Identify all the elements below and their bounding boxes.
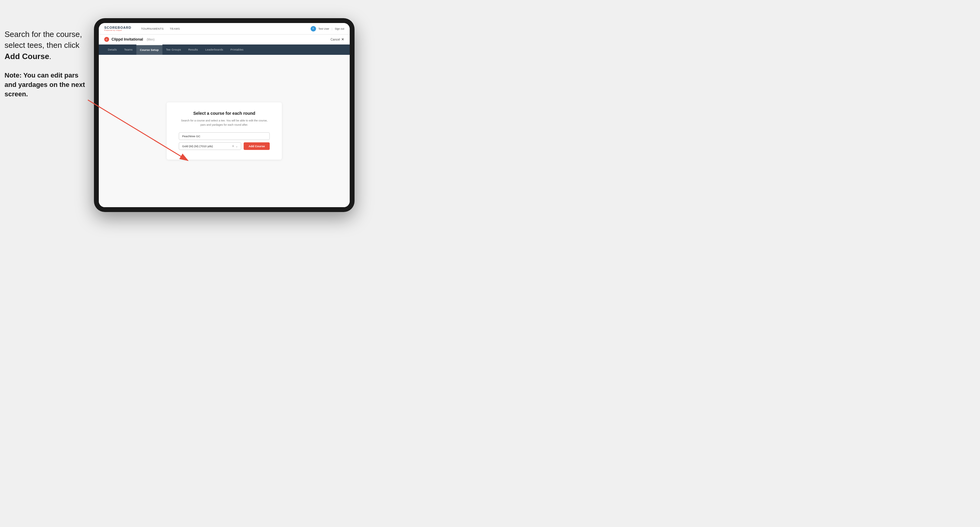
tournament-name: Clippd Invitational: [111, 37, 143, 41]
tee-value: Gold (M) (M) (7010 yds): [182, 144, 213, 148]
annotation-area: Search for the course, select tees, then…: [5, 29, 89, 99]
nav-right: T Test User | Sign out: [310, 26, 344, 32]
tab-printables[interactable]: Printables: [227, 44, 247, 55]
tab-leaderboards[interactable]: Leaderboards: [202, 44, 227, 55]
expand-icon[interactable]: ⌄: [235, 144, 238, 148]
user-avatar: T: [310, 26, 316, 32]
logo-sub: Powered by clippd: [104, 29, 131, 32]
tournament-meta: (Men): [147, 38, 154, 41]
tee-controls: ✕ ⌄: [232, 144, 238, 148]
tab-teams[interactable]: Teams: [121, 44, 136, 55]
card-title: Select a course for each round: [179, 111, 270, 116]
logo-area: SCOREBOARD Powered by clippd TOURNAMENTS…: [104, 26, 180, 32]
course-card: Select a course for each round Search fo…: [167, 102, 282, 160]
card-description: Search for a course and select a tee. Yo…: [179, 119, 270, 127]
tablet-screen: SCOREBOARD Powered by clippd TOURNAMENTS…: [99, 23, 350, 207]
annotation-note: Note: You can edit pars and yardages on …: [5, 71, 89, 99]
tab-results[interactable]: Results: [185, 44, 202, 55]
tablet-frame: SCOREBOARD Powered by clippd TOURNAMENTS…: [94, 18, 355, 212]
tab-course-setup[interactable]: Course Setup: [136, 44, 162, 55]
cancel-icon: ✕: [341, 37, 344, 41]
main-content: Select a course for each round Search fo…: [99, 55, 350, 207]
cancel-button[interactable]: Cancel ✕: [331, 37, 344, 41]
signout-link[interactable]: Sign out: [335, 27, 344, 30]
annotation-bold: Add Course: [5, 52, 49, 61]
note-label: Note: You can edit pars and yardages on …: [5, 71, 85, 98]
user-label: Test User: [318, 27, 329, 30]
tee-select[interactable]: Gold (M) (M) (7010 yds) ✕ ⌄: [179, 142, 241, 150]
logo-text: SCOREBOARD: [104, 26, 131, 29]
add-course-button[interactable]: Add Course: [243, 142, 270, 150]
tournament-header: C Clippd Invitational (Men) Cancel ✕: [99, 35, 350, 44]
tab-tee-groups[interactable]: Tee Groups: [162, 44, 185, 55]
cancel-label: Cancel: [331, 38, 340, 41]
course-search-input[interactable]: [179, 132, 270, 140]
nav-separator: |: [331, 27, 332, 30]
top-nav: SCOREBOARD Powered by clippd TOURNAMENTS…: [99, 23, 350, 35]
tab-details[interactable]: Details: [104, 44, 121, 55]
nav-teams[interactable]: TEAMS: [170, 27, 180, 30]
clippd-icon: C: [104, 37, 109, 42]
clear-icon[interactable]: ✕: [232, 144, 234, 148]
tab-bar: Details Teams Course Setup Tee Groups Re…: [99, 44, 350, 55]
tournament-title-row: C Clippd Invitational (Men): [104, 37, 154, 42]
tee-select-row: Gold (M) (M) (7010 yds) ✕ ⌄ Add Course: [179, 142, 270, 150]
nav-tournaments[interactable]: TOURNAMENTS: [141, 27, 164, 30]
logo-block: SCOREBOARD Powered by clippd: [104, 26, 131, 32]
annotation-main: Search for the course, select tees, then…: [5, 29, 89, 62]
nav-links: TOURNAMENTS TEAMS: [141, 27, 180, 30]
